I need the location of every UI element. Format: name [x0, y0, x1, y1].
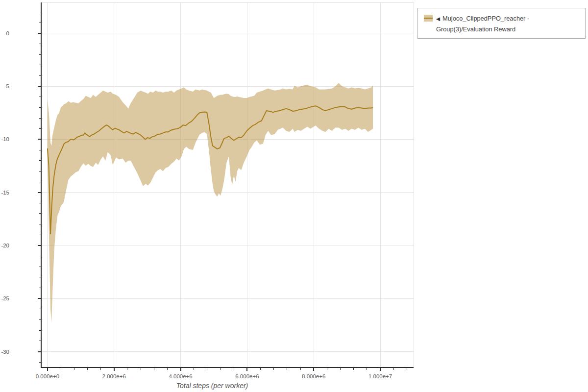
x-tick-label: 2.000e+6 [102, 373, 126, 379]
legend: ◀Mujoco_ClippedPPO_reacher - Group(3)/Ev… [417, 8, 586, 39]
y-tick-label: -20 [1, 243, 9, 248]
legend-swatch-line-icon [424, 18, 433, 19]
y-tick-label: -5 [4, 83, 9, 89]
chart-container: 0.000e+02.000e+64.000e+66.000e+68.000e+6… [0, 0, 588, 392]
x-tick-label: 8.000e+6 [302, 373, 325, 379]
x-tick-label: 6.000e+6 [235, 373, 259, 379]
legend-label-text: Mujoco_ClippedPPO_reacher - Group(3)/Eva… [436, 15, 529, 33]
legend-item[interactable]: ◀Mujoco_ClippedPPO_reacher - Group(3)/Ev… [418, 8, 585, 38]
x-tick-label: 4.000e+6 [169, 373, 192, 379]
chart-canvas: 0.000e+02.000e+64.000e+66.000e+68.000e+6… [0, 0, 588, 392]
y-tick-label: -15 [1, 190, 9, 196]
x-tick-label: 0.000e+0 [36, 373, 59, 379]
y-tick-label: -25 [1, 295, 9, 301]
y-tick-label: -10 [1, 136, 9, 142]
legend-swatch [424, 15, 433, 22]
x-axis-title: Total steps (per worker) [176, 382, 248, 390]
legend-collapse-icon[interactable]: ◀ [436, 16, 440, 22]
confidence-band [48, 83, 373, 323]
y-tick-label: 0 [6, 30, 9, 36]
y-tick-label: -30 [1, 349, 9, 355]
legend-label: ◀Mujoco_ClippedPPO_reacher - Group(3)/Ev… [436, 13, 582, 34]
x-tick-label: 1.000e+7 [368, 373, 392, 379]
